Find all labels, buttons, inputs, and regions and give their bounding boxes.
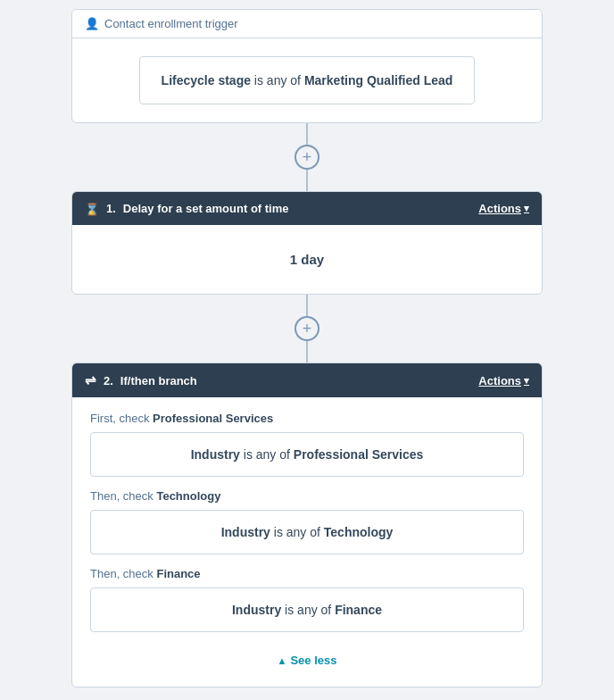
branch-section-0: First, check Professional Services Indus…	[90, 412, 524, 477]
step1-header-left: 1. Delay for a set amount of time	[85, 201, 289, 216]
connector-line-bottom-2	[306, 341, 308, 362]
step2-actions-button[interactable]: Actions ▾	[478, 374, 529, 388]
branch-section-2: Then, check Finance Industry is any of F…	[90, 567, 524, 632]
add-step-button-2[interactable]: +	[295, 316, 319, 341]
step2-actions-chevron-icon: ▾	[524, 375, 529, 387]
step1-number: 1.	[106, 202, 116, 215]
add-step-button-1[interactable]: +	[295, 145, 319, 170]
see-less-button[interactable]: ▲ See less	[278, 654, 337, 667]
see-less-label: See less	[290, 654, 336, 667]
branch-label-0: First, check Professional Services	[90, 412, 524, 425]
step2-title: If/then branch	[120, 374, 197, 388]
connector-2: +	[295, 295, 319, 362]
branch-check-bold-1: Technology	[156, 489, 220, 503]
branch-check-prefix-2: Then, check	[90, 567, 156, 580]
branch-condition-box-2: Industry is any of Finance	[90, 588, 524, 632]
branch-check-bold-0: Professional Services	[153, 412, 273, 425]
branch-condition-box-1: Industry is any of Technology	[90, 510, 524, 554]
trigger-middle: is any of	[251, 73, 304, 88]
delay-value: 1 day	[90, 239, 524, 279]
branch-cond-middle-0: is any of	[240, 447, 294, 462]
branch-condition-box-0: Industry is any of Professional Services	[90, 432, 524, 477]
step2-body: First, check Professional Services Indus…	[72, 397, 542, 687]
branch-label-2: Then, check Finance	[90, 567, 524, 580]
step1-body: 1 day	[72, 225, 542, 294]
branch-check-prefix-0: First, check	[90, 412, 153, 425]
hourglass-icon	[85, 201, 99, 216]
step1-card: 1. Delay for a set amount of time Action…	[71, 191, 543, 295]
step2-header: 2. If/then branch Actions ▾	[72, 363, 542, 397]
trigger-field: Lifecycle stage	[162, 73, 251, 88]
see-less-row: ▲ See less	[90, 645, 524, 672]
person-icon	[85, 17, 99, 30]
step1-header: 1. Delay for a set amount of time Action…	[72, 192, 542, 225]
branch-icon	[85, 372, 96, 388]
branch-cond-middle-2: is any of	[281, 603, 335, 617]
branch-cond-value-0: Professional Services	[294, 447, 424, 462]
workflow-container: Contact enrollment trigger Lifecycle sta…	[0, 0, 614, 688]
connector-line-bottom-1	[306, 170, 308, 191]
branch-cond-field-1: Industry	[221, 525, 270, 539]
branch-check-prefix-1: Then, check	[90, 489, 156, 503]
chevron-up-icon: ▲	[278, 655, 287, 666]
step2-card: 2. If/then branch Actions ▾ First, check…	[71, 362, 543, 688]
branch-cond-field-2: Industry	[232, 603, 281, 617]
trigger-condition-box: Lifecycle stage is any of Marketing Qual…	[139, 56, 476, 104]
branch-label-1: Then, check Technology	[90, 489, 524, 503]
step1-actions-chevron-icon: ▾	[524, 203, 529, 214]
step1-title: Delay for a set amount of time	[123, 202, 289, 215]
step2-header-left: 2. If/then branch	[85, 372, 197, 388]
branch-cond-value-1: Technology	[324, 525, 394, 539]
trigger-header-label: Contact enrollment trigger	[104, 17, 238, 30]
step2-actions-label: Actions	[478, 374, 521, 388]
step1-actions-label: Actions	[478, 202, 521, 215]
connector-line-top-2	[306, 295, 308, 316]
connector-line-top-1	[306, 123, 308, 145]
step1-actions-button[interactable]: Actions ▾	[478, 202, 529, 215]
branch-cond-field-0: Industry	[191, 447, 240, 462]
branch-cond-middle-1: is any of	[270, 525, 324, 539]
branch-section-1: Then, check Technology Industry is any o…	[90, 489, 524, 554]
branch-cond-value-2: Finance	[335, 603, 382, 617]
trigger-header: Contact enrollment trigger	[72, 10, 542, 38]
connector-1: +	[295, 123, 319, 191]
trigger-value: Marketing Qualified Lead	[304, 73, 452, 88]
trigger-body: Lifecycle stage is any of Marketing Qual…	[72, 38, 542, 122]
branch-check-bold-2: Finance	[156, 567, 200, 580]
trigger-card: Contact enrollment trigger Lifecycle sta…	[71, 9, 543, 123]
step2-number: 2.	[104, 374, 113, 388]
